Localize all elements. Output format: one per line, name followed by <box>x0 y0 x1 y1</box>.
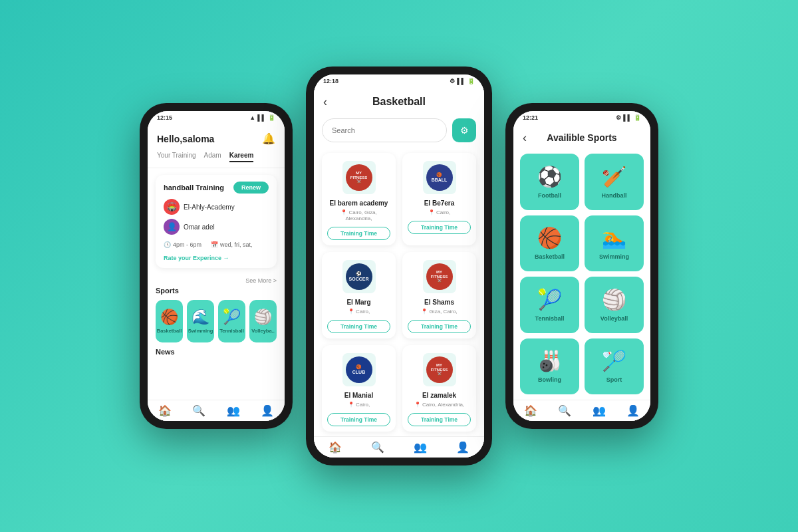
gear-icon-3: ⚙ <box>616 114 621 121</box>
training-btn-5[interactable]: Training Time <box>408 413 471 426</box>
basketball-emoji-3: 🏀 <box>537 226 562 249</box>
training-btn-4[interactable]: Training Time <box>327 413 390 426</box>
status-time-2: 12:18 <box>323 78 338 84</box>
sport-card-swimming[interactable]: 🌊 Swimming <box>187 300 214 342</box>
p3-header: ‹ Availible Sports <box>513 124 650 148</box>
wifi-icon-1: ▲ <box>249 114 255 121</box>
training-btn-3[interactable]: Training Time <box>408 320 471 333</box>
logo-badge-1: 🏀BBALL <box>426 164 453 191</box>
days-label: 📅 wed, fri, sat, <box>211 241 253 248</box>
nav-profile-3[interactable]: 👤 <box>626 404 640 417</box>
phone-3: 12:21 ⚙ ▌▌ 🔋 ‹ Availible Sports ⚽ Footba… <box>505 103 658 429</box>
sport-card-tennis[interactable]: 🎾 Tennisball <box>520 277 579 333</box>
nav-social-2[interactable]: 👥 <box>414 441 427 454</box>
bell-icon[interactable]: 🔔 <box>262 132 275 145</box>
club-name: El-Ahly-Academy <box>184 203 235 211</box>
sport-card-handball[interactable]: 🏏 Handball <box>585 154 644 210</box>
sport-card-tennis[interactable]: 🎾 Tennisball <box>218 300 245 342</box>
bottom-nav-3: 🏠 🔍 👥 👤 <box>513 400 650 421</box>
basketball-label-3: Basketball <box>535 253 565 260</box>
swimming-label-3: Swimming <box>599 253 629 260</box>
status-bar-3: 12:21 ⚙ ▌▌ 🔋 <box>513 111 650 124</box>
sport-card-football[interactable]: ⚽ Football <box>520 154 579 210</box>
nav-home-3[interactable]: 🏠 <box>524 404 537 417</box>
battery-icon-2: 🔋 <box>467 78 475 84</box>
back-button-2[interactable]: ‹ <box>323 95 327 109</box>
club-logo-1: 🏀BBALL <box>423 161 456 194</box>
sport-card-bowling[interactable]: 🎳 Bowling <box>520 338 579 395</box>
filter-button[interactable]: ⚙ <box>452 118 476 142</box>
club-logo-4: 🏀CLUB <box>342 353 376 386</box>
time-label: 🕓 4pm - 6pm <box>164 241 201 248</box>
swimming-label: Swimming <box>188 328 213 334</box>
handball-emoji: 🏏 <box>602 165 626 188</box>
p1-header: Hello,saloma 🔔 <box>148 124 285 149</box>
nav-search-1[interactable]: 🔍 <box>192 404 205 417</box>
bowling-emoji: 🎳 <box>537 349 562 372</box>
logo-badge-5: MYFITNESS⚔️ <box>426 356 453 383</box>
football-label: Football <box>538 192 561 199</box>
tab-kareem[interactable]: Kareem <box>229 152 254 162</box>
sport-label: Sport <box>606 376 622 383</box>
sport-card-badminton[interactable]: 🏸 Sport <box>585 338 644 395</box>
battery-icon-1: 🔋 <box>268 114 275 121</box>
volleyball-label-3: Volleyball <box>600 315 628 322</box>
training-btn-0[interactable]: Training Time <box>327 227 390 240</box>
screen-1: Hello,saloma 🔔 Your Training Adam Kareem… <box>148 124 285 421</box>
training-btn-2[interactable]: Training Time <box>327 320 390 333</box>
search-row: ⚙ <box>314 113 484 148</box>
club-logo-3: MYFITNESS⚔️ <box>423 260 456 293</box>
renew-button[interactable]: Renew <box>233 182 269 194</box>
nav-home-1[interactable]: 🏠 <box>158 404 172 417</box>
nav-social-3[interactable]: 👥 <box>593 404 606 417</box>
club-name-4: El Manial <box>344 392 373 399</box>
sport-card-volleyball[interactable]: 🏐 Volleyba.. <box>249 300 277 342</box>
tab-adam[interactable]: Adam <box>204 152 221 162</box>
signal-icon-1: ▌▌ <box>257 114 266 121</box>
status-bar-1: 12:15 ▲ ▌▌ 🔋 <box>148 111 285 124</box>
tennis-emoji-3: 🎾 <box>537 288 562 311</box>
club-card-3: MYFITNESS⚔️ El Shams 📍 Giza, Cairo, Trai… <box>402 252 476 338</box>
battery-icon-3: 🔋 <box>634 114 641 121</box>
training-card: handball Training Renew 🏟️ El-Ahly-Acade… <box>156 175 277 268</box>
nav-home-2[interactable]: 🏠 <box>329 441 342 454</box>
sport-card-swimming[interactable]: 🏊 Swimming <box>585 215 644 272</box>
gear-icon-2: ⚙ <box>450 78 455 84</box>
screen-2: ‹ Basketball ⚙ MYFITNESS⚔️ El barem acad… <box>314 88 484 458</box>
phone-2: 12:18 ⚙ ▌▌ 🔋 ‹ Basketball ⚙ MY <box>306 66 492 466</box>
rate-link[interactable]: Rate your Experince → <box>164 255 269 261</box>
p2-title: Basketball <box>372 96 426 108</box>
back-button-3[interactable]: ‹ <box>523 131 527 145</box>
club-location-4: 📍 Cairo, <box>348 402 370 408</box>
clubs-grid: MYFITNESS⚔️ El barem academy 📍 Cairo, Gi… <box>314 148 484 436</box>
club-card-0: MYFITNESS⚔️ El barem academy 📍 Cairo, Gi… <box>322 153 396 245</box>
sport-card-volleyball[interactable]: 🏐 Volleyball <box>585 277 644 333</box>
club-location-5: 📍 Cairo, Alexandria, <box>414 402 464 408</box>
training-btn-1[interactable]: Training Time <box>408 221 471 234</box>
sport-card-basketball[interactable]: 🏀 Basketball <box>156 300 183 342</box>
club-avatar: 🏟️ <box>164 199 180 215</box>
search-input[interactable] <box>322 118 447 142</box>
tab-your-training[interactable]: Your Training <box>157 152 196 162</box>
logo-badge-4: 🏀CLUB <box>346 356 372 383</box>
logo-badge-0: MYFITNESS⚔️ <box>346 164 372 191</box>
logo-badge-3: MYFITNESS⚔️ <box>426 263 453 290</box>
nav-profile-2[interactable]: 👤 <box>456 441 469 454</box>
nav-profile-1[interactable]: 👤 <box>261 404 274 417</box>
club-logo-2: ⚽SOCCER <box>342 260 376 293</box>
phone-1: 12:15 ▲ ▌▌ 🔋 Hello,saloma 🔔 Your Trainin… <box>140 103 293 429</box>
club-card-5: MYFITNESS⚔️ El zamalek 📍 Cairo, Alexandr… <box>402 345 476 432</box>
sport-card-basketball[interactable]: 🏀 Basketball <box>520 215 579 272</box>
club-card-4: 🏀CLUB El Manial 📍 Cairo, Training Time <box>322 345 396 432</box>
see-more[interactable]: See More > <box>148 275 285 287</box>
coach-avatar: 👤 <box>164 219 180 235</box>
tennis-emoji: 🎾 <box>223 309 241 326</box>
filter-icon: ⚙ <box>460 125 469 136</box>
signal-icon-2: ▌▌ <box>457 78 466 84</box>
club-location-0: 📍 Cairo, Giza, Alexandria, <box>327 209 390 221</box>
nav-search-3[interactable]: 🔍 <box>558 404 571 417</box>
nav-social-1[interactable]: 👥 <box>227 404 240 417</box>
nav-search-2[interactable]: 🔍 <box>371 441 384 454</box>
sports-section: Sports 🏀 Basketball 🌊 Swimming 🎾 Tennisb… <box>148 287 285 348</box>
club-location-2: 📍 Cairo, <box>348 309 370 315</box>
